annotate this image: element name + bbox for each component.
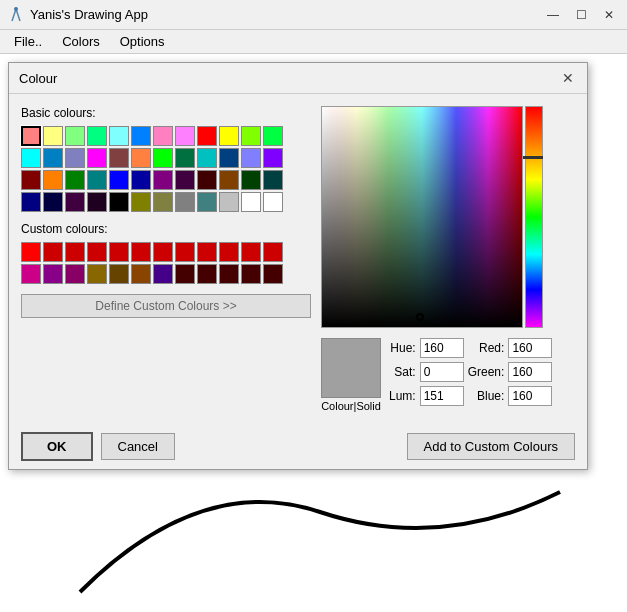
basic-color-cell[interactable] <box>175 148 195 168</box>
custom-color-cell[interactable] <box>197 242 217 262</box>
basic-color-cell[interactable] <box>87 192 107 212</box>
right-panel: Colour|Solid Hue: Red: Sat: Green: Lum: … <box>321 106 575 412</box>
custom-color-cell[interactable] <box>219 264 239 284</box>
custom-color-cell[interactable] <box>43 264 63 284</box>
color-spectrum-container <box>321 106 521 326</box>
basic-color-cell[interactable] <box>109 170 129 190</box>
custom-color-cell[interactable] <box>43 242 63 262</box>
basic-color-cell[interactable] <box>197 170 217 190</box>
custom-color-cell[interactable] <box>153 264 173 284</box>
color-spectrum[interactable] <box>321 106 523 328</box>
hue-label: Hue: <box>389 341 416 355</box>
hue-slider[interactable] <box>525 106 543 328</box>
custom-color-cell[interactable] <box>65 264 85 284</box>
custom-color-cell[interactable] <box>263 242 283 262</box>
custom-color-cell[interactable] <box>175 242 195 262</box>
basic-color-cell[interactable] <box>197 192 217 212</box>
ok-button[interactable]: OK <box>21 432 93 461</box>
basic-color-cell[interactable] <box>65 170 85 190</box>
basic-color-cell[interactable] <box>219 126 239 146</box>
green-label: Green: <box>468 365 505 379</box>
red-input[interactable] <box>508 338 552 358</box>
basic-color-cell[interactable] <box>131 192 151 212</box>
basic-color-cell[interactable] <box>197 126 217 146</box>
custom-color-cell[interactable] <box>219 242 239 262</box>
blue-input[interactable] <box>508 386 552 406</box>
custom-color-cell[interactable] <box>109 242 129 262</box>
custom-color-cell[interactable] <box>21 264 41 284</box>
basic-color-grid <box>21 126 311 212</box>
basic-color-cell[interactable] <box>263 170 283 190</box>
basic-color-cell[interactable] <box>263 192 283 212</box>
basic-color-cell[interactable] <box>43 192 63 212</box>
minimize-button[interactable]: — <box>543 5 563 25</box>
green-input[interactable] <box>508 362 552 382</box>
basic-color-cell[interactable] <box>241 126 261 146</box>
menu-options[interactable]: Options <box>112 32 173 51</box>
basic-color-cell[interactable] <box>43 126 63 146</box>
basic-color-cell[interactable] <box>87 170 107 190</box>
basic-color-cell[interactable] <box>219 148 239 168</box>
basic-color-cell[interactable] <box>43 170 63 190</box>
hue-input[interactable] <box>420 338 464 358</box>
basic-color-cell[interactable] <box>219 170 239 190</box>
dialog-close-button[interactable]: ✕ <box>559 69 577 87</box>
basic-color-cell[interactable] <box>153 192 173 212</box>
custom-color-cell[interactable] <box>175 264 195 284</box>
basic-color-cell[interactable] <box>153 170 173 190</box>
menu-colors[interactable]: Colors <box>54 32 108 51</box>
basic-color-cell[interactable] <box>109 126 129 146</box>
app-close-button[interactable]: ✕ <box>599 5 619 25</box>
custom-color-cell[interactable] <box>197 264 217 284</box>
basic-color-cell[interactable] <box>241 192 261 212</box>
define-custom-colours-button[interactable]: Define Custom Colours >> <box>21 294 311 318</box>
custom-color-cell[interactable] <box>263 264 283 284</box>
basic-color-cell[interactable] <box>65 192 85 212</box>
basic-color-cell[interactable] <box>87 126 107 146</box>
custom-color-cell[interactable] <box>87 242 107 262</box>
custom-color-cell[interactable] <box>109 264 129 284</box>
basic-color-cell[interactable] <box>219 192 239 212</box>
basic-color-cell[interactable] <box>21 192 41 212</box>
basic-color-cell[interactable] <box>131 148 151 168</box>
basic-color-cell[interactable] <box>131 170 151 190</box>
custom-color-cell[interactable] <box>21 242 41 262</box>
add-to-custom-colours-button[interactable]: Add to Custom Colours <box>407 433 575 460</box>
basic-color-cell[interactable] <box>175 170 195 190</box>
custom-color-cell[interactable] <box>131 264 151 284</box>
hue-slider-container <box>525 106 541 326</box>
cancel-button[interactable]: Cancel <box>101 433 175 460</box>
app-title: Yanis's Drawing App <box>30 7 148 22</box>
basic-color-cell[interactable] <box>43 148 63 168</box>
basic-color-cell[interactable] <box>87 148 107 168</box>
custom-color-cell[interactable] <box>131 242 151 262</box>
basic-color-cell[interactable] <box>65 126 85 146</box>
basic-color-cell[interactable] <box>241 148 261 168</box>
basic-color-cell[interactable] <box>21 126 41 146</box>
menu-file[interactable]: File.. <box>6 32 50 51</box>
picker-row: Colour|Solid Hue: Red: Sat: Green: Lum: … <box>321 338 575 412</box>
basic-color-cell[interactable] <box>153 148 173 168</box>
basic-color-cell[interactable] <box>263 148 283 168</box>
custom-color-cell[interactable] <box>87 264 107 284</box>
basic-color-cell[interactable] <box>131 126 151 146</box>
custom-color-cell[interactable] <box>65 242 85 262</box>
basic-color-cell[interactable] <box>263 126 283 146</box>
basic-color-cell[interactable] <box>175 192 195 212</box>
custom-color-cell[interactable] <box>241 264 261 284</box>
basic-color-cell[interactable] <box>153 126 173 146</box>
sat-input[interactable] <box>420 362 464 382</box>
basic-color-cell[interactable] <box>65 148 85 168</box>
basic-color-cell[interactable] <box>175 126 195 146</box>
basic-color-cell[interactable] <box>109 192 129 212</box>
lum-input[interactable] <box>420 386 464 406</box>
basic-color-cell[interactable] <box>109 148 129 168</box>
menu-bar: File.. Colors Options <box>0 30 627 54</box>
basic-color-cell[interactable] <box>241 170 261 190</box>
custom-color-cell[interactable] <box>241 242 261 262</box>
custom-color-cell[interactable] <box>153 242 173 262</box>
basic-color-cell[interactable] <box>21 170 41 190</box>
basic-color-cell[interactable] <box>197 148 217 168</box>
maximize-button[interactable]: ☐ <box>571 5 591 25</box>
basic-color-cell[interactable] <box>21 148 41 168</box>
